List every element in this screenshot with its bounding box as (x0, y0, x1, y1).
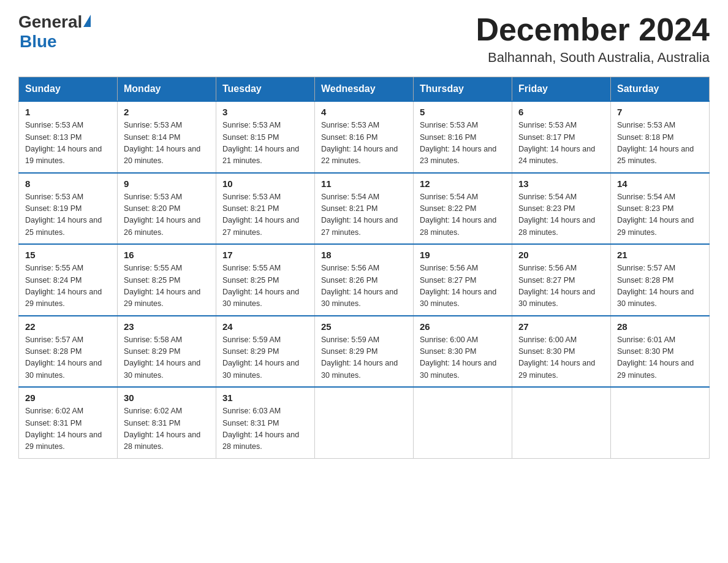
calendar-cell: 20Sunrise: 5:56 AMSunset: 8:27 PMDayligh… (512, 244, 611, 316)
calendar-cell: 6Sunrise: 5:53 AMSunset: 8:17 PMDaylight… (512, 101, 611, 173)
logo: General Blue (18, 12, 91, 52)
day-number: 14 (617, 178, 703, 189)
calendar-cell: 10Sunrise: 5:53 AMSunset: 8:21 PMDayligh… (216, 173, 315, 245)
day-info: Sunrise: 5:58 AMSunset: 8:29 PMDaylight:… (124, 334, 210, 382)
calendar-cell: 1Sunrise: 5:53 AMSunset: 8:13 PMDaylight… (19, 101, 118, 173)
calendar-cell: 8Sunrise: 5:53 AMSunset: 8:19 PMDaylight… (19, 173, 118, 245)
day-info: Sunrise: 5:53 AMSunset: 8:13 PMDaylight:… (25, 120, 111, 167)
calendar-cell: 9Sunrise: 5:53 AMSunset: 8:20 PMDaylight… (118, 173, 216, 245)
day-number: 20 (518, 250, 604, 260)
day-number: 30 (124, 393, 210, 403)
column-header-monday: Monday (118, 77, 216, 102)
day-info: Sunrise: 5:57 AMSunset: 8:28 PMDaylight:… (617, 262, 703, 310)
calendar-cell: 7Sunrise: 5:53 AMSunset: 8:18 PMDaylight… (611, 101, 710, 173)
calendar-cell: 23Sunrise: 5:58 AMSunset: 8:29 PMDayligh… (118, 316, 216, 388)
day-info: Sunrise: 5:54 AMSunset: 8:23 PMDaylight:… (617, 191, 703, 239)
calendar-cell: 3Sunrise: 5:53 AMSunset: 8:15 PMDaylight… (216, 101, 315, 173)
day-info: Sunrise: 5:53 AMSunset: 8:16 PMDaylight:… (420, 120, 506, 167)
calendar-cell: 18Sunrise: 5:56 AMSunset: 8:26 PMDayligh… (315, 244, 414, 316)
day-number: 24 (222, 321, 308, 332)
calendar-week-row: 15Sunrise: 5:55 AMSunset: 8:24 PMDayligh… (19, 244, 710, 316)
calendar-cell: 14Sunrise: 5:54 AMSunset: 8:23 PMDayligh… (611, 173, 710, 245)
day-number: 1 (25, 107, 111, 117)
calendar-cell: 30Sunrise: 6:02 AMSunset: 8:31 PMDayligh… (118, 387, 216, 458)
day-number: 25 (321, 321, 407, 332)
day-info: Sunrise: 5:57 AMSunset: 8:28 PMDaylight:… (25, 334, 111, 382)
day-info: Sunrise: 5:56 AMSunset: 8:27 PMDaylight:… (518, 262, 604, 310)
calendar-week-row: 8Sunrise: 5:53 AMSunset: 8:19 PMDaylight… (19, 173, 710, 245)
day-number: 22 (25, 321, 111, 332)
logo-triangle-icon (83, 15, 91, 27)
calendar-cell: 21Sunrise: 5:57 AMSunset: 8:28 PMDayligh… (611, 244, 710, 316)
day-info: Sunrise: 5:54 AMSunset: 8:23 PMDaylight:… (518, 191, 604, 239)
day-number: 4 (321, 107, 407, 117)
day-number: 5 (420, 107, 506, 117)
day-number: 27 (518, 321, 604, 332)
day-info: Sunrise: 5:55 AMSunset: 8:24 PMDaylight:… (25, 262, 111, 310)
day-number: 10 (222, 178, 308, 189)
day-info: Sunrise: 5:56 AMSunset: 8:26 PMDaylight:… (321, 262, 407, 310)
calendar-cell: 13Sunrise: 5:54 AMSunset: 8:23 PMDayligh… (512, 173, 611, 245)
day-info: Sunrise: 6:02 AMSunset: 8:31 PMDaylight:… (124, 405, 210, 453)
day-number: 29 (25, 393, 111, 403)
day-number: 3 (222, 107, 308, 117)
calendar-table: SundayMondayTuesdayWednesdayThursdayFrid… (18, 77, 710, 459)
day-number: 2 (124, 107, 210, 117)
day-info: Sunrise: 6:03 AMSunset: 8:31 PMDaylight:… (222, 405, 308, 453)
title-block: December 2024 Balhannah, South Australia… (476, 12, 710, 66)
day-info: Sunrise: 5:53 AMSunset: 8:16 PMDaylight:… (321, 120, 407, 167)
day-number: 19 (420, 250, 506, 260)
day-number: 31 (222, 393, 308, 403)
calendar-cell: 31Sunrise: 6:03 AMSunset: 8:31 PMDayligh… (216, 387, 315, 458)
column-header-friday: Friday (512, 77, 611, 102)
day-info: Sunrise: 5:53 AMSunset: 8:18 PMDaylight:… (617, 120, 703, 167)
calendar-cell (315, 387, 414, 458)
calendar-cell: 27Sunrise: 6:00 AMSunset: 8:30 PMDayligh… (512, 316, 611, 388)
calendar-header-row: SundayMondayTuesdayWednesdayThursdayFrid… (19, 77, 710, 102)
day-info: Sunrise: 5:55 AMSunset: 8:25 PMDaylight:… (124, 262, 210, 310)
page-header: General Blue December 2024 Balhannah, So… (18, 12, 710, 66)
calendar-week-row: 1Sunrise: 5:53 AMSunset: 8:13 PMDaylight… (19, 101, 710, 173)
day-info: Sunrise: 5:53 AMSunset: 8:19 PMDaylight:… (25, 191, 111, 239)
day-info: Sunrise: 5:53 AMSunset: 8:14 PMDaylight:… (124, 120, 210, 167)
day-number: 26 (420, 321, 506, 332)
calendar-cell: 24Sunrise: 5:59 AMSunset: 8:29 PMDayligh… (216, 316, 315, 388)
calendar-cell: 16Sunrise: 5:55 AMSunset: 8:25 PMDayligh… (118, 244, 216, 316)
logo-blue-text: Blue (20, 32, 91, 52)
day-info: Sunrise: 5:53 AMSunset: 8:21 PMDaylight:… (222, 191, 308, 239)
calendar-cell: 26Sunrise: 6:00 AMSunset: 8:30 PMDayligh… (414, 316, 512, 388)
day-info: Sunrise: 5:56 AMSunset: 8:27 PMDaylight:… (420, 262, 506, 310)
day-info: Sunrise: 6:01 AMSunset: 8:30 PMDaylight:… (617, 334, 703, 382)
column-header-saturday: Saturday (611, 77, 710, 102)
day-number: 16 (124, 250, 210, 260)
column-header-wednesday: Wednesday (315, 77, 414, 102)
day-number: 12 (420, 178, 506, 189)
calendar-cell (611, 387, 710, 458)
calendar-cell: 28Sunrise: 6:01 AMSunset: 8:30 PMDayligh… (611, 316, 710, 388)
calendar-cell: 19Sunrise: 5:56 AMSunset: 8:27 PMDayligh… (414, 244, 512, 316)
day-number: 15 (25, 250, 111, 260)
column-header-thursday: Thursday (414, 77, 512, 102)
day-number: 28 (617, 321, 703, 332)
day-info: Sunrise: 6:00 AMSunset: 8:30 PMDaylight:… (518, 334, 604, 382)
column-header-sunday: Sunday (19, 77, 118, 102)
day-number: 23 (124, 321, 210, 332)
day-number: 13 (518, 178, 604, 189)
day-number: 11 (321, 178, 407, 189)
calendar-cell (512, 387, 611, 458)
day-number: 7 (617, 107, 703, 117)
day-number: 8 (25, 178, 111, 189)
calendar-cell: 11Sunrise: 5:54 AMSunset: 8:21 PMDayligh… (315, 173, 414, 245)
calendar-cell: 15Sunrise: 5:55 AMSunset: 8:24 PMDayligh… (19, 244, 118, 316)
column-header-tuesday: Tuesday (216, 77, 315, 102)
calendar-cell: 4Sunrise: 5:53 AMSunset: 8:16 PMDaylight… (315, 101, 414, 173)
day-info: Sunrise: 5:59 AMSunset: 8:29 PMDaylight:… (222, 334, 308, 382)
day-number: 21 (617, 250, 703, 260)
location-subtitle: Balhannah, South Australia, Australia (476, 50, 710, 66)
calendar-cell: 29Sunrise: 6:02 AMSunset: 8:31 PMDayligh… (19, 387, 118, 458)
day-info: Sunrise: 5:53 AMSunset: 8:20 PMDaylight:… (124, 191, 210, 239)
calendar-week-row: 22Sunrise: 5:57 AMSunset: 8:28 PMDayligh… (19, 316, 710, 388)
calendar-cell: 2Sunrise: 5:53 AMSunset: 8:14 PMDaylight… (118, 101, 216, 173)
calendar-cell: 25Sunrise: 5:59 AMSunset: 8:29 PMDayligh… (315, 316, 414, 388)
day-info: Sunrise: 5:53 AMSunset: 8:15 PMDaylight:… (222, 120, 308, 167)
